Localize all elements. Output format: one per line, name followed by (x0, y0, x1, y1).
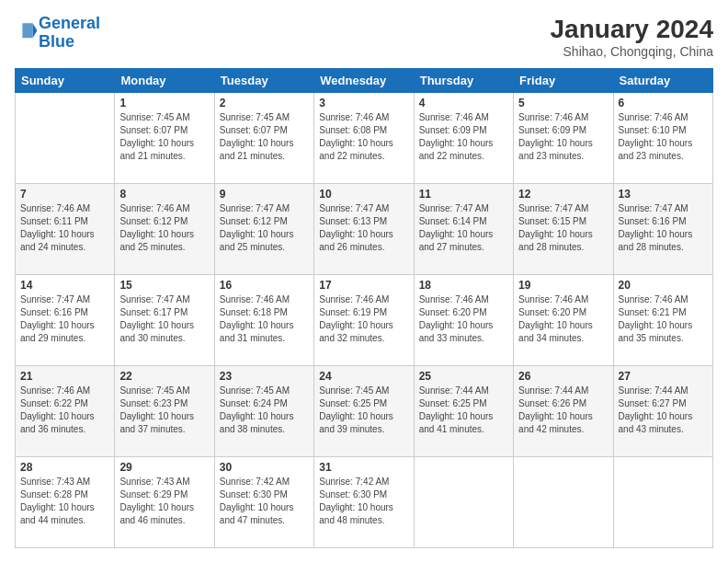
calendar-cell: 24Sunrise: 7:45 AMSunset: 6:25 PMDayligh… (314, 366, 414, 457)
calendar-cell: 31Sunrise: 7:42 AMSunset: 6:30 PMDayligh… (314, 457, 414, 548)
day-number: 25 (419, 370, 508, 383)
day-number: 27 (619, 370, 708, 383)
day-number: 3 (319, 97, 408, 109)
day-number: 5 (518, 97, 608, 109)
day-number: 26 (518, 370, 608, 383)
day-number: 22 (119, 370, 209, 383)
calendar-cell: 27Sunrise: 7:44 AMSunset: 6:27 PMDayligh… (613, 366, 712, 457)
cell-info: Sunrise: 7:43 AMSunset: 6:29 PMDaylight:… (119, 476, 209, 527)
calendar-cell: 2Sunrise: 7:45 AMSunset: 6:07 PMDaylight… (214, 93, 313, 184)
logo-general: General (39, 14, 100, 32)
calendar-cell: 11Sunrise: 7:47 AMSunset: 6:14 PMDayligh… (414, 184, 513, 275)
calendar-cell: 14Sunrise: 7:47 AMSunset: 6:16 PMDayligh… (16, 275, 115, 366)
calendar-week-row: 7Sunrise: 7:46 AMSunset: 6:11 PMDaylight… (16, 184, 713, 275)
cell-info: Sunrise: 7:46 AMSunset: 6:20 PMDaylight:… (419, 293, 508, 345)
cell-info: Sunrise: 7:45 AMSunset: 6:25 PMDaylight:… (319, 385, 408, 436)
cell-info: Sunrise: 7:47 AMSunset: 6:16 PMDaylight:… (619, 202, 708, 254)
cell-info: Sunrise: 7:44 AMSunset: 6:25 PMDaylight:… (419, 385, 508, 436)
day-number: 15 (119, 279, 209, 292)
calendar-cell: 26Sunrise: 7:44 AMSunset: 6:26 PMDayligh… (514, 366, 613, 457)
day-number: 21 (20, 370, 109, 383)
calendar-week-row: 14Sunrise: 7:47 AMSunset: 6:16 PMDayligh… (16, 275, 713, 366)
calendar-cell: 9Sunrise: 7:47 AMSunset: 6:12 PMDaylight… (214, 184, 313, 275)
calendar-header-tuesday: Tuesday (214, 69, 313, 93)
day-number: 24 (319, 370, 408, 383)
day-number: 7 (20, 188, 109, 201)
day-number: 31 (319, 461, 408, 474)
calendar-cell: 7Sunrise: 7:46 AMSunset: 6:11 PMDaylight… (16, 184, 115, 275)
calendar-cell: 8Sunrise: 7:46 AMSunset: 6:12 PMDaylight… (115, 184, 214, 275)
calendar-header-saturday: Saturday (613, 69, 712, 93)
day-number: 28 (20, 461, 109, 474)
cell-info: Sunrise: 7:42 AMSunset: 6:30 PMDaylight:… (319, 476, 408, 527)
calendar-cell: 1Sunrise: 7:45 AMSunset: 6:07 PMDaylight… (115, 93, 214, 184)
day-number: 1 (119, 97, 209, 109)
location: Shihao, Chongqing, China (551, 44, 713, 59)
cell-info: Sunrise: 7:46 AMSunset: 6:09 PMDaylight:… (518, 111, 608, 163)
calendar-cell: 17Sunrise: 7:46 AMSunset: 6:19 PMDayligh… (314, 275, 414, 366)
calendar-week-row: 1Sunrise: 7:45 AMSunset: 6:07 PMDaylight… (16, 93, 713, 184)
logo-text: General Blue (39, 15, 100, 52)
cell-info: Sunrise: 7:44 AMSunset: 6:26 PMDaylight:… (518, 385, 608, 436)
svg-marker-1 (22, 23, 32, 38)
calendar-cell (613, 457, 712, 548)
cell-info: Sunrise: 7:46 AMSunset: 6:08 PMDaylight:… (319, 111, 408, 163)
calendar-cell: 18Sunrise: 7:46 AMSunset: 6:20 PMDayligh… (414, 275, 513, 366)
calendar-cell: 20Sunrise: 7:46 AMSunset: 6:21 PMDayligh… (613, 275, 712, 366)
day-number: 2 (220, 97, 309, 109)
day-number: 20 (619, 279, 708, 292)
svg-marker-0 (33, 23, 38, 38)
cell-info: Sunrise: 7:45 AMSunset: 6:07 PMDaylight:… (220, 111, 309, 163)
title-block: January 2024 Shihao, Chongqing, China (551, 15, 713, 59)
cell-info: Sunrise: 7:47 AMSunset: 6:14 PMDaylight:… (419, 202, 508, 254)
calendar-week-row: 28Sunrise: 7:43 AMSunset: 6:28 PMDayligh… (16, 457, 713, 548)
day-number: 4 (419, 97, 508, 109)
day-number: 18 (419, 279, 508, 292)
calendar-header-thursday: Thursday (414, 69, 513, 93)
calendar-table: SundayMondayTuesdayWednesdayThursdayFrid… (15, 68, 713, 548)
calendar-cell: 12Sunrise: 7:47 AMSunset: 6:15 PMDayligh… (514, 184, 613, 275)
cell-info: Sunrise: 7:47 AMSunset: 6:16 PMDaylight:… (20, 293, 109, 345)
logo-icon (17, 20, 39, 42)
calendar-cell: 30Sunrise: 7:42 AMSunset: 6:30 PMDayligh… (214, 457, 313, 548)
day-number: 19 (518, 279, 608, 292)
logo-blue: Blue (39, 32, 74, 51)
day-number: 14 (20, 279, 109, 292)
day-number: 13 (619, 188, 708, 201)
calendar-header-friday: Friday (514, 69, 613, 93)
calendar-header-monday: Monday (115, 69, 214, 93)
cell-info: Sunrise: 7:47 AMSunset: 6:15 PMDaylight:… (518, 202, 608, 254)
cell-info: Sunrise: 7:43 AMSunset: 6:28 PMDaylight:… (20, 476, 109, 527)
day-number: 8 (119, 188, 209, 201)
calendar-cell: 28Sunrise: 7:43 AMSunset: 6:28 PMDayligh… (16, 457, 115, 548)
day-number: 29 (119, 461, 209, 474)
cell-info: Sunrise: 7:46 AMSunset: 6:20 PMDaylight:… (518, 293, 608, 345)
calendar-cell: 3Sunrise: 7:46 AMSunset: 6:08 PMDaylight… (314, 93, 414, 184)
calendar-header-sunday: Sunday (16, 69, 115, 93)
calendar-cell: 4Sunrise: 7:46 AMSunset: 6:09 PMDaylight… (414, 93, 513, 184)
calendar-cell: 23Sunrise: 7:45 AMSunset: 6:24 PMDayligh… (214, 366, 313, 457)
calendar-cell: 13Sunrise: 7:47 AMSunset: 6:16 PMDayligh… (613, 184, 712, 275)
calendar-cell (514, 457, 613, 548)
calendar-cell (16, 93, 115, 184)
calendar-cell: 25Sunrise: 7:44 AMSunset: 6:25 PMDayligh… (414, 366, 513, 457)
calendar-cell: 5Sunrise: 7:46 AMSunset: 6:09 PMDaylight… (514, 93, 613, 184)
day-number: 30 (220, 461, 309, 474)
calendar-cell: 29Sunrise: 7:43 AMSunset: 6:29 PMDayligh… (115, 457, 214, 548)
calendar-cell: 16Sunrise: 7:46 AMSunset: 6:18 PMDayligh… (214, 275, 313, 366)
page: General Blue January 2024 Shihao, Chongq… (0, 0, 728, 563)
cell-info: Sunrise: 7:46 AMSunset: 6:11 PMDaylight:… (20, 202, 109, 254)
day-number: 9 (220, 188, 309, 201)
calendar-cell: 15Sunrise: 7:47 AMSunset: 6:17 PMDayligh… (115, 275, 214, 366)
cell-info: Sunrise: 7:46 AMSunset: 6:22 PMDaylight:… (20, 385, 109, 436)
day-number: 10 (319, 188, 408, 201)
month-year: January 2024 (551, 15, 713, 44)
cell-info: Sunrise: 7:46 AMSunset: 6:12 PMDaylight:… (119, 202, 209, 254)
cell-info: Sunrise: 7:46 AMSunset: 6:19 PMDaylight:… (319, 293, 408, 345)
cell-info: Sunrise: 7:42 AMSunset: 6:30 PMDaylight:… (220, 476, 309, 527)
cell-info: Sunrise: 7:46 AMSunset: 6:09 PMDaylight:… (419, 111, 508, 163)
cell-info: Sunrise: 7:44 AMSunset: 6:27 PMDaylight:… (619, 385, 708, 436)
logo: General Blue (15, 15, 100, 52)
cell-info: Sunrise: 7:46 AMSunset: 6:21 PMDaylight:… (619, 293, 708, 345)
calendar-cell: 6Sunrise: 7:46 AMSunset: 6:10 PMDaylight… (613, 93, 712, 184)
